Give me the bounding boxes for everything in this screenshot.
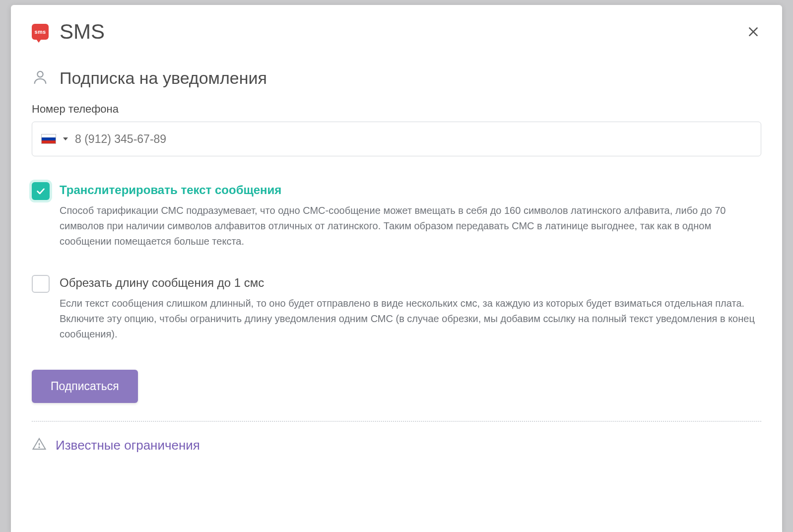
sms-icon-label: sms	[35, 29, 46, 35]
truncate-checkbox[interactable]	[32, 275, 50, 293]
known-limitations-row[interactable]: Известные ограничения	[32, 437, 761, 459]
sms-icon: sms	[32, 24, 49, 40]
subscribe-button[interactable]: Подписаться	[32, 370, 138, 403]
option-truncate: Обрезать длину сообщения до 1 смс Если т…	[32, 275, 761, 342]
modal-title: SMS	[60, 20, 105, 44]
transliterate-description: Способ тарификации СМС подразумевает, чт…	[60, 203, 761, 249]
phone-label: Номер телефона	[32, 103, 761, 116]
modal-header: sms SMS	[32, 20, 761, 44]
transliterate-content: Транслитерировать текст сообщения Способ…	[60, 182, 761, 249]
flag-ru-icon[interactable]	[41, 134, 56, 144]
option-transliterate: Транслитерировать текст сообщения Способ…	[32, 182, 761, 249]
truncate-title: Обрезать длину сообщения до 1 смс	[60, 276, 761, 290]
warning-icon	[32, 437, 47, 454]
phone-input-wrap[interactable]	[32, 122, 761, 156]
truncate-description: Если текст сообщения слишком длинный, то…	[60, 296, 761, 342]
section-header: Подписка на уведомления	[32, 68, 761, 88]
phone-input[interactable]	[75, 133, 752, 146]
svg-point-1	[39, 447, 40, 448]
close-button[interactable]	[745, 24, 761, 40]
sms-modal: sms SMS Подписка на уведомления Номер те…	[11, 5, 782, 532]
transliterate-title: Транслитерировать текст сообщения	[60, 183, 761, 197]
known-limitations-link[interactable]: Известные ограничения	[56, 438, 200, 453]
svg-point-0	[37, 71, 43, 76]
chevron-down-icon[interactable]	[63, 137, 68, 140]
divider	[32, 421, 761, 422]
title-wrap: sms SMS	[32, 20, 105, 44]
check-icon	[35, 186, 46, 197]
transliterate-checkbox[interactable]	[32, 182, 50, 200]
truncate-content: Обрезать длину сообщения до 1 смс Если т…	[60, 275, 761, 342]
close-icon	[747, 25, 760, 38]
section-title: Подписка на уведомления	[60, 68, 267, 88]
person-icon	[32, 69, 49, 88]
